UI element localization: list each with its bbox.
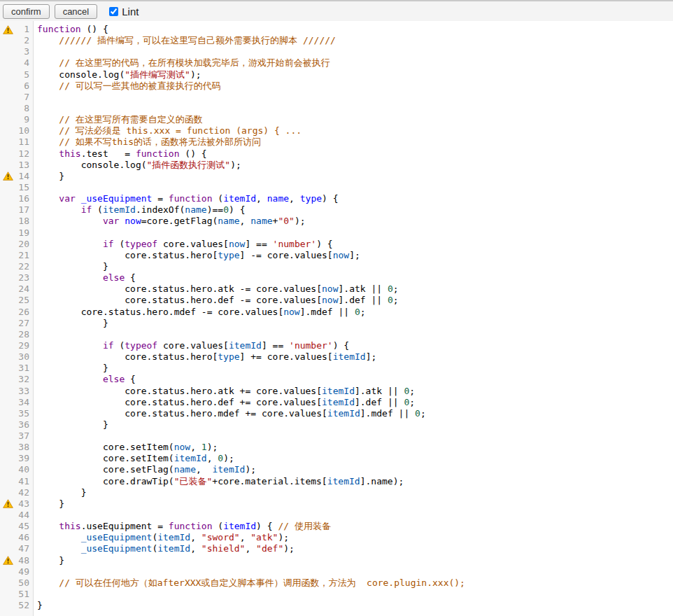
code-text: if (typeof core.values[now] == 'number')…	[34, 239, 333, 250]
gutter-marker-space	[0, 57, 15, 69]
code-line[interactable]: 9 // 在这里写所有需要自定义的函数	[0, 114, 673, 125]
code-line[interactable]: 26 core.status.hero.mdef -= core.values[…	[0, 307, 673, 318]
code-line[interactable]: 21 core.status.hero[type] -= core.values…	[0, 250, 673, 261]
code-line[interactable]: 39 core.setItem(itemId, 0);	[0, 453, 673, 464]
code-line[interactable]: 27 }	[0, 318, 673, 329]
warning-icon[interactable]	[0, 24, 15, 35]
code-line[interactable]: 51	[0, 589, 673, 600]
warning-icon[interactable]	[0, 498, 15, 510]
line-number: 35	[15, 408, 34, 419]
line-number: 4	[15, 57, 34, 69]
code-text: // 在这里写所有需要自定义的函数	[34, 114, 203, 125]
lint-checkbox[interactable]	[109, 7, 118, 16]
code-text	[34, 92, 37, 103]
line-number: 41	[15, 476, 34, 487]
code-line[interactable]: 31 }	[0, 363, 673, 374]
code-line[interactable]: 48 }	[0, 555, 673, 566]
gutter-marker-space	[0, 182, 15, 193]
code-line[interactable]: 3	[0, 46, 673, 57]
gutter-marker-space	[0, 136, 15, 148]
code-line[interactable]: 46 _useEquipment(itemId, "sword", "atk")…	[0, 532, 673, 543]
gutter: 47	[0, 543, 34, 554]
code-line[interactable]: 16 var _useEquipment = function (itemId,…	[0, 193, 673, 204]
gutter: 24	[0, 284, 34, 295]
code-area[interactable]: 1function () {2 ////// 插件编写，可以在这里写自己额外需要…	[0, 24, 673, 611]
code-line[interactable]: 18 var now=core.getFlag(name, name+"0");	[0, 216, 673, 227]
code-line[interactable]: 6 // 可以写一些其他的被直接执行的代码	[0, 80, 673, 92]
gutter: 5	[0, 69, 34, 80]
code-line[interactable]: 22 }	[0, 261, 673, 272]
gutter: 21	[0, 250, 34, 261]
confirm-button[interactable]: confirm	[3, 4, 50, 19]
line-number: 23	[15, 272, 34, 284]
code-line[interactable]: 25 core.status.hero.def -= core.values[n…	[0, 295, 673, 306]
gutter: 46	[0, 532, 34, 543]
code-line[interactable]: 12 this.test = function () {	[0, 148, 673, 160]
code-line[interactable]: 38 core.setItem(now, 1);	[0, 442, 673, 453]
code-line[interactable]: 13 console.log("插件函数执行测试");	[0, 160, 673, 171]
code-line[interactable]: 49	[0, 566, 673, 578]
code-line[interactable]: 41 core.drawTip("已装备"+core.material.item…	[0, 476, 673, 487]
code-line[interactable]: 24 core.status.hero.atk -= core.values[n…	[0, 284, 673, 295]
code-line[interactable]: 4 // 在这里写的代码，在所有模块加载完毕后，游戏开始前会被执行	[0, 57, 673, 69]
line-number: 5	[15, 69, 34, 80]
gutter-marker-space	[0, 464, 15, 475]
code-line[interactable]: 28	[0, 329, 673, 340]
line-number: 51	[15, 589, 34, 600]
code-line[interactable]: 30 core.status.hero[type] += core.values…	[0, 351, 673, 363]
code-line[interactable]: 35 core.status.hero.mdef += core.values[…	[0, 408, 673, 419]
gutter-marker-space	[0, 408, 15, 419]
code-text: this.useEquipment = function (itemId) { …	[34, 521, 331, 532]
code-line[interactable]: 2 ////// 插件编写，可以在这里写自己额外需要执行的脚本 //////	[0, 35, 673, 46]
code-line[interactable]: 15	[0, 182, 673, 193]
code-line[interactable]: 20 if (typeof core.values[now] == 'numbe…	[0, 239, 673, 250]
code-line[interactable]: 36 }	[0, 419, 673, 430]
code-line[interactable]: 37	[0, 430, 673, 442]
code-line[interactable]: 50 // 可以在任何地方（如afterXXX或自定义脚本事件）调用函数，方法为…	[0, 578, 673, 589]
gutter-marker-space	[0, 295, 15, 306]
code-text: if (typeof core.values[itemId] == 'numbe…	[34, 340, 349, 351]
code-line[interactable]: 5 console.log("插件编写测试");	[0, 69, 673, 80]
code-line[interactable]: 7	[0, 92, 673, 103]
line-number: 24	[15, 284, 34, 295]
lint-toggle[interactable]: Lint	[109, 6, 139, 18]
code-text: core.setItem(itemId, 0);	[34, 453, 234, 464]
code-line[interactable]: 23 else {	[0, 272, 673, 284]
code-line[interactable]: 29 if (typeof core.values[itemId] == 'nu…	[0, 340, 673, 351]
gutter: 49	[0, 566, 34, 578]
code-text	[34, 566, 37, 578]
code-line[interactable]: 47 _useEquipment(itemId, "shield", "def"…	[0, 543, 673, 554]
code-line[interactable]: 1function () {	[0, 24, 673, 35]
code-line[interactable]: 19	[0, 227, 673, 239]
gutter: 29	[0, 340, 34, 351]
code-line[interactable]: 42 }	[0, 487, 673, 498]
gutter: 45	[0, 521, 34, 532]
warning-icon[interactable]	[0, 555, 15, 566]
code-editor[interactable]: 1function () {2 ////// 插件编写，可以在这里写自己额外需要…	[0, 21, 673, 616]
gutter: 35	[0, 408, 34, 419]
code-line[interactable]: 34 core.status.hero.def += core.values[i…	[0, 397, 673, 408]
gutter: 2	[0, 35, 34, 46]
code-line[interactable]: 17 if (itemId.indexOf(name)==0) {	[0, 204, 673, 216]
gutter-marker-space	[0, 374, 15, 385]
warning-icon[interactable]	[0, 171, 15, 182]
gutter-marker-space	[0, 419, 15, 430]
code-line[interactable]: 40 core.setFlag(name, itemId);	[0, 464, 673, 475]
code-line[interactable]: 43 }	[0, 498, 673, 510]
code-line[interactable]: 45 this.useEquipment = function (itemId)…	[0, 521, 673, 532]
gutter-marker-space	[0, 307, 15, 318]
code-line[interactable]: 44	[0, 510, 673, 521]
code-line[interactable]: 10 // 写法必须是 this.xxx = function (args) {…	[0, 125, 673, 136]
code-text: // 在这里写的代码，在所有模块加载完毕后，游戏开始前会被执行	[34, 57, 330, 69]
code-line[interactable]: 32 else {	[0, 374, 673, 385]
code-line[interactable]: 52}	[0, 600, 673, 611]
code-text: }	[34, 555, 64, 566]
code-line[interactable]: 8	[0, 103, 673, 114]
cancel-button[interactable]: cancel	[55, 4, 98, 19]
code-line[interactable]: 11 // 如果不写this的话，函数将无法被外部所访问	[0, 136, 673, 148]
gutter-marker-space	[0, 397, 15, 408]
code-line[interactable]: 14 }	[0, 171, 673, 182]
code-text: core.setFlag(name, itemId);	[34, 464, 256, 475]
code-line[interactable]: 33 core.status.hero.atk += core.values[i…	[0, 386, 673, 397]
line-number: 34	[15, 397, 34, 408]
